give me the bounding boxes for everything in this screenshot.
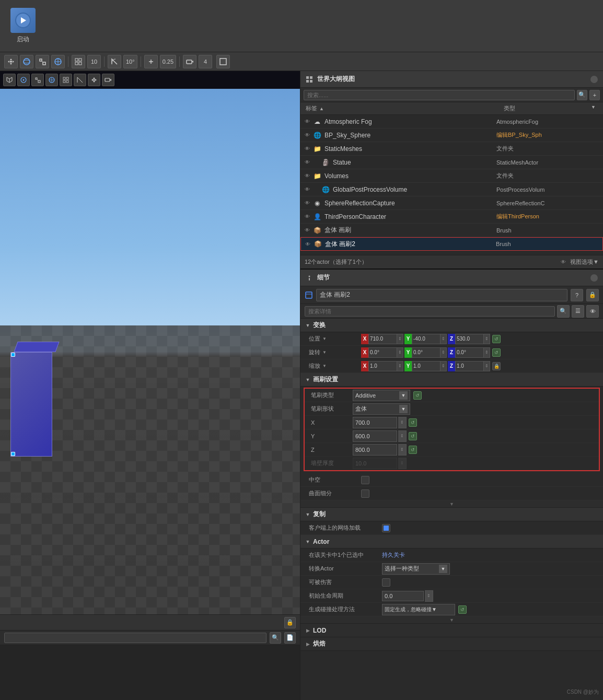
- scale-value-btn[interactable]: [144, 55, 158, 68]
- move-tool-btn[interactable]: [4, 55, 18, 68]
- vp-angle-btn[interactable]: [74, 74, 86, 86]
- brush-x-input[interactable]: [353, 417, 397, 428]
- vp-grid-btn[interactable]: [60, 74, 72, 86]
- global-btn[interactable]: [51, 55, 65, 68]
- visibility-icon-9[interactable]: 👁: [303, 239, 312, 249]
- search-icon-bottom[interactable]: 🔍: [270, 632, 281, 644]
- view-options-btn[interactable]: 视图选项▼: [570, 258, 599, 266]
- visibility-icon-4[interactable]: 👁: [303, 171, 312, 181]
- details-pin[interactable]: [590, 274, 598, 282]
- angle-icon[interactable]: [108, 55, 121, 68]
- visibility-icon-7[interactable]: 👁: [303, 212, 312, 221]
- object-name-input[interactable]: [316, 289, 567, 301]
- lifecycle-spin[interactable]: ⇕: [425, 590, 433, 602]
- section-lod[interactable]: ▶ LOD: [300, 624, 603, 637]
- scale-z-input[interactable]: [455, 361, 484, 371]
- scale-lock-btn[interactable]: 🔒: [492, 362, 501, 370]
- camera-number[interactable]: 4: [199, 55, 212, 68]
- pen-type-dropdown[interactable]: Additive ▼: [353, 390, 410, 401]
- visibility-icon-0[interactable]: 👁: [303, 117, 312, 126]
- maximize-btn[interactable]: [216, 55, 230, 68]
- section-replication[interactable]: ▼ 复制: [300, 508, 603, 521]
- scale-btn[interactable]: [36, 55, 49, 68]
- scale-y-spin[interactable]: ⇕: [440, 361, 447, 371]
- outliner-item-sphere-reflection[interactable]: 👁 ◉ SphereReflectionCapture SphereReflec…: [300, 196, 603, 210]
- outliner-add-btn[interactable]: +: [589, 90, 600, 100]
- outliner-pin[interactable]: [590, 76, 598, 83]
- outliner-item-post-process[interactable]: 👁 🌐 GlobalPostProcessVolume PostProcessV…: [300, 183, 603, 196]
- visibility-icon-2[interactable]: 👁: [303, 144, 312, 154]
- rot-z-spin[interactable]: ⇕: [484, 347, 490, 358]
- vp-move-btn[interactable]: [88, 74, 100, 86]
- brush-z-input[interactable]: [353, 444, 397, 456]
- vp-camera-btn[interactable]: [102, 74, 114, 86]
- rot-x-spin[interactable]: ⇕: [397, 347, 403, 358]
- grid-btn[interactable]: [72, 55, 85, 68]
- vp-global-btn[interactable]: [45, 74, 58, 86]
- vp-perspective-btn[interactable]: [3, 74, 16, 86]
- angle-value[interactable]: 10°: [123, 55, 137, 68]
- convert-actor-select[interactable]: 选择一种类型 ▼: [382, 563, 450, 575]
- visibility-icon-3[interactable]: 👁: [303, 158, 312, 167]
- visibility-icon-1[interactable]: 👁: [303, 131, 312, 140]
- lifecycle-input[interactable]: [382, 591, 424, 601]
- spawn-reset[interactable]: ↺: [458, 605, 467, 614]
- section-brush[interactable]: ▼ 画刷设置: [300, 373, 603, 387]
- visibility-icon-8[interactable]: 👁: [303, 226, 312, 235]
- pos-y-spin[interactable]: ⇕: [440, 334, 447, 344]
- outliner-item-brush1[interactable]: 👁 📦 盒体 画刷 Brush: [300, 224, 603, 237]
- rot-y-input[interactable]: [412, 347, 440, 358]
- section-transform[interactable]: ▼ 变换: [300, 319, 603, 332]
- details-eye-btn[interactable]: 👁: [586, 305, 599, 318]
- smooth-checkbox[interactable]: [361, 489, 369, 498]
- outliner-item-bp-sky[interactable]: 👁 🌐 BP_Sky_Sphere 编辑BP_Sky_Sph: [300, 129, 603, 142]
- lock-details-btn[interactable]: 🔒: [586, 289, 599, 301]
- outliner-search-btn[interactable]: 🔍: [577, 90, 587, 100]
- brush-y-input[interactable]: [353, 430, 397, 442]
- visibility-icon-6[interactable]: 👁: [303, 199, 312, 208]
- outliner-item-third-person[interactable]: 👁 👤 ThirdPersonCharacter 编辑ThirdPerson: [300, 210, 603, 224]
- scale-number[interactable]: 0.25: [160, 55, 176, 68]
- spawn-method-select[interactable]: 固定生成，忽略碰撞▼: [382, 604, 455, 615]
- grid-value[interactable]: 10: [87, 55, 101, 68]
- pen-shape-dropdown[interactable]: 盒体 ▼: [353, 403, 410, 415]
- outliner-list[interactable]: 👁 ☁ Atmospheric Fog AtmosphericFog 👁 🌐 B…: [300, 115, 603, 255]
- damageable-checkbox[interactable]: [382, 578, 390, 587]
- brush-z-spin[interactable]: ⇕: [398, 444, 407, 456]
- add-content-icon[interactable]: 📄: [284, 632, 296, 644]
- scale-x-input[interactable]: [368, 361, 397, 371]
- pos-x-spin[interactable]: ⇕: [397, 334, 403, 344]
- rot-x-input[interactable]: [368, 347, 397, 358]
- rot-y-spin[interactable]: ⇕: [440, 347, 447, 358]
- view-options-icon[interactable]: 👁: [559, 258, 568, 267]
- brush-x-reset[interactable]: ↺: [409, 418, 417, 427]
- camera-icon[interactable]: [183, 55, 196, 68]
- outliner-item-static-meshes[interactable]: 👁 📁 StaticMeshes 文件夹: [300, 142, 603, 156]
- scale-z-spin[interactable]: ⇕: [484, 361, 490, 371]
- content-search[interactable]: [4, 633, 266, 643]
- details-search-btn[interactable]: 🔍: [557, 305, 570, 318]
- visibility-icon-5[interactable]: 👁: [303, 185, 312, 194]
- help-btn[interactable]: ?: [571, 289, 583, 301]
- vp-orbit-btn[interactable]: [17, 74, 30, 86]
- pos-z-input[interactable]: [455, 334, 484, 344]
- rot-reset-btn[interactable]: ↺: [492, 348, 501, 357]
- network-load-checkbox[interactable]: [382, 524, 390, 532]
- outliner-search-input[interactable]: [304, 90, 575, 100]
- section-actor[interactable]: ▼ Actor: [300, 535, 603, 549]
- rot-z-input[interactable]: [455, 347, 484, 358]
- details-search-input[interactable]: [305, 306, 555, 317]
- orbit-btn[interactable]: [20, 55, 33, 68]
- scale-x-spin[interactable]: ⇕: [397, 361, 403, 371]
- section-baking[interactable]: ▶ 烘焙: [300, 637, 603, 651]
- viewport-3d[interactable]: [0, 71, 300, 614]
- pos-x-input[interactable]: [368, 334, 397, 344]
- vp-scale-btn[interactable]: [31, 74, 44, 86]
- brush-z-reset[interactable]: ↺: [409, 446, 417, 454]
- brush-x-spin[interactable]: ⇕: [398, 417, 407, 428]
- outliner-item-atmospheric-fog[interactable]: 👁 ☁ Atmospheric Fog AtmosphericFog: [300, 115, 603, 129]
- outliner-item-volumes[interactable]: 👁 📁 Volumes 文件夹: [300, 169, 603, 183]
- hollow-checkbox[interactable]: [361, 476, 369, 484]
- outliner-item-brush2[interactable]: 👁 📦 盒体 画刷2 Brush: [300, 237, 603, 251]
- brush-y-spin[interactable]: ⇕: [398, 430, 407, 442]
